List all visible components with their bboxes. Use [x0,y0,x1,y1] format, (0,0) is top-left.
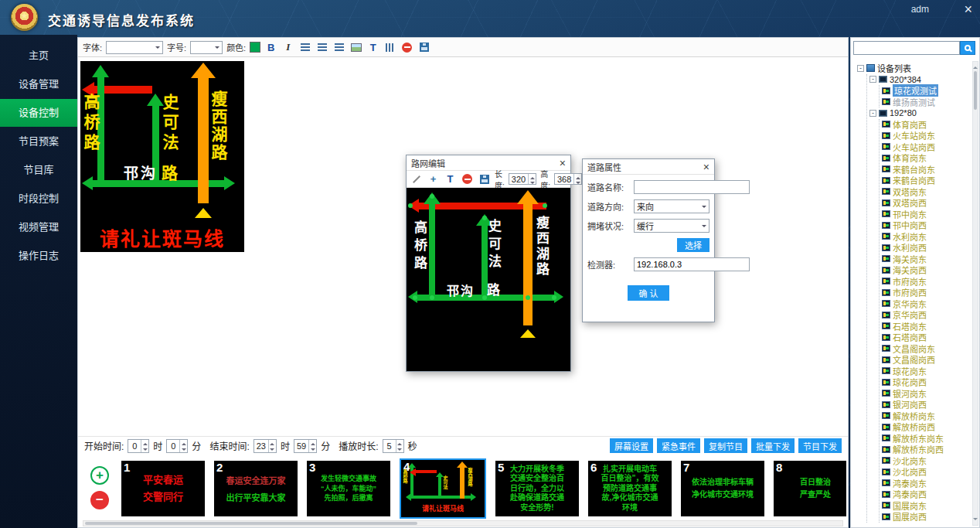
device-item[interactable]: 解放桥岗西 [882,421,971,433]
device-item[interactable]: 火车站岗西 [882,141,971,153]
device-item[interactable]: 京华岗东 [882,298,971,310]
scroll-down-icon[interactable] [973,518,978,523]
sidebar-item[interactable]: 节目库 [0,156,77,184]
edit-handle[interactable] [413,295,417,300]
device-item[interactable]: 解放桥岗东 [882,410,971,422]
window-close-icon[interactable]: × [964,2,972,18]
edit-handle[interactable] [526,295,530,300]
delete-button[interactable] [461,172,474,186]
scrollbar-thumb[interactable] [974,71,977,110]
schedule-action-button[interactable]: 紧急事件 [657,438,700,453]
device-item[interactable]: 解放桥东岗东 [882,433,971,445]
device-item[interactable]: 银河岗东 [882,388,971,400]
dialog-close-icon[interactable]: × [703,161,709,173]
device-item[interactable]: 银河岗西 [882,399,971,410]
start-minute-stepper[interactable]: 0 [166,439,188,453]
schedule-action-button[interactable]: 批量下发 [751,438,795,453]
device-item[interactable]: 市府岗东 [882,276,971,288]
sidebar-item[interactable]: 视频管理 [0,213,77,241]
edit-handle[interactable] [430,194,434,199]
device-item[interactable]: 国展岗东 [882,500,971,512]
schedule-action-button[interactable]: 屏幕设置 [610,438,653,453]
device-item[interactable]: 邗中岗西 [882,220,971,231]
device-item[interactable]: 国展岗西 [882,511,971,523]
dialog-close-icon[interactable]: × [560,157,566,169]
sidebar-item[interactable]: 时段控制 [0,185,77,213]
schedule-action-button[interactable]: 节目下发 [798,438,842,453]
device-item[interactable]: 来鹤台岗东 [882,164,971,175]
confirm-button[interactable]: 确 认 [628,285,669,301]
device-item[interactable]: 京华岗西 [882,309,971,321]
vertical-scrollbar[interactable] [972,61,978,526]
draw-line-button[interactable] [410,172,423,186]
color-swatch[interactable] [250,42,260,53]
program-thumbnail-4-selected[interactable]: 4 高桥路 史可法 瘦西湖路 请礼让斑马线 [400,458,486,519]
align-right-button[interactable] [332,40,345,54]
duration-stepper[interactable]: 5 [383,439,404,453]
schedule-action-button[interactable]: 复制节目 [704,438,747,453]
length-stepper[interactable]: 320 [509,173,536,185]
road-network-canvas[interactable]: 高桥路 史可法 路 瘦西湖路 邗沟 [407,188,570,371]
text-tool-button[interactable]: T [444,172,457,186]
device-item[interactable]: 邗中岗东 [882,209,971,220]
device-item[interactable]: 琼花岗西 [882,376,971,388]
save-button[interactable] [417,40,430,54]
program-thumbnail-1[interactable]: 1 平安春运 交警同行 [121,461,205,516]
italic-button[interactable]: I [281,40,294,54]
add-program-button[interactable]: + [90,466,109,485]
dialog-titlebar[interactable]: 道路属性 × [583,159,714,175]
device-item[interactable]: 水利岗西 [882,242,971,254]
tree-root[interactable]: - 设备列表 [857,63,971,74]
device-item[interactable]: 石塔岗西 [882,332,971,343]
edit-handle[interactable] [408,203,413,208]
device-item[interactable]: 水利岗东 [882,231,971,243]
horizontal-scrollbar[interactable] [83,520,843,526]
program-thumbnail-2[interactable]: 2 春运安全连万家 出行平安靠大家 [214,461,298,516]
spacing-button[interactable] [383,40,396,54]
device-item[interactable]: 体育岗西 [882,119,971,131]
bold-button[interactable]: B [264,40,277,54]
edit-handle[interactable] [552,295,556,300]
search-button[interactable] [960,41,975,55]
device-item[interactable]: 海关岗西 [882,264,971,276]
sidebar-item[interactable]: 设备管理 [0,70,77,98]
device-item[interactable]: 沙北岗东 [882,455,971,467]
road-direction-select[interactable]: 来向 [634,199,709,213]
device-item[interactable]: 体育岗东 [882,152,971,164]
device-search-input[interactable] [853,41,960,55]
move-button[interactable]: + [427,172,440,186]
save-button[interactable] [478,172,491,186]
device-item[interactable]: 双塔岗东 [882,186,971,198]
font-size-select[interactable] [190,41,223,54]
device-item-offline[interactable]: 维扬商测试 [882,97,971,108]
scrollbar-thumb[interactable] [85,522,417,525]
device-group-320x384[interactable]: - 320*384 [869,74,971,86]
scroll-up-icon[interactable] [973,64,978,69]
edit-handle[interactable] [430,295,434,300]
device-item-selected[interactable]: 琼花观测试 [882,85,971,97]
program-thumbnail-3[interactable]: 3 发生轻微交通事故 “人未伤，车能动” 先拍照，后撤离 [307,461,390,516]
remove-program-button[interactable]: − [90,491,109,509]
device-item[interactable]: 琼花岗东 [882,366,971,377]
device-item[interactable]: 来鹤台岗西 [882,175,971,186]
program-thumbnail-8[interactable]: 8 百日整治 严查严处 [774,461,846,516]
program-thumbnail-6[interactable]: 6 扎实开展电动车 百日整治”，有效 预防道路交通事 故,净化城市交通 环境 [588,461,672,516]
device-item[interactable]: 市府岗西 [882,287,971,298]
congestion-select[interactable]: 缓行 [634,219,709,233]
sidebar-item[interactable]: 节目预案 [0,128,77,155]
end-minute-stepper[interactable]: 59 [294,439,317,453]
collapse-icon[interactable]: - [869,76,876,83]
start-hour-stepper[interactable]: 0 [128,439,149,453]
road-name-input[interactable] [634,180,750,194]
align-center-button[interactable] [315,40,328,54]
device-item[interactable]: 石塔岗东 [882,321,971,332]
collapse-icon[interactable]: - [869,110,876,117]
device-item[interactable]: 鸿泰岗东 [882,478,971,489]
collapse-icon[interactable]: - [857,65,864,72]
sidebar-item[interactable]: 主页 [0,42,77,70]
font-select[interactable] [106,41,163,54]
sidebar-item[interactable]: 操作日志 [0,242,77,270]
device-item[interactable]: 鸿泰岗西 [882,489,971,500]
align-left-button[interactable] [298,40,311,54]
height-stepper[interactable]: 368 [554,173,582,185]
